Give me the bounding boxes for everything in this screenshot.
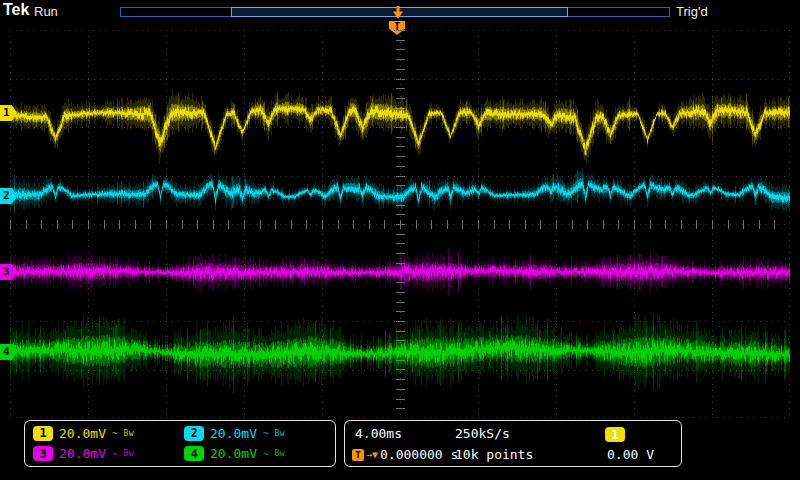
graticule (10, 30, 790, 418)
trigger-time-readout: T →▼ 0.000000 s (352, 447, 458, 462)
bandwidth-icon: Bw (123, 429, 134, 438)
channel-4-readout[interactable]: 4 20.0mV ~ Bw (184, 446, 335, 461)
coupling-icon: ~ (263, 428, 268, 438)
trigger-source-readout: 1 / (605, 425, 614, 443)
oscilloscope-screen: Tek Run Trig'd T 1 2 3 4 1 20.0mV ~ Bw 2… (0, 0, 800, 480)
trigger-time-value: 0.000000 s (380, 447, 458, 462)
horizontal-trigger-readout-box[interactable]: 4.00ms 250kS/s 10k points T →▼ 0.000000 … (344, 420, 682, 467)
bandwidth-icon: Bw (274, 429, 285, 438)
tek-logo: Tek (3, 1, 29, 19)
sample-rate: 250kS/s (455, 426, 510, 441)
acquisition-position-bar[interactable] (120, 7, 670, 17)
channel-3-scale: 20.0mV (59, 446, 106, 461)
trigger-source-badge: 1 (605, 427, 625, 442)
coupling-icon: ~ (263, 449, 268, 459)
channel-1-badge: 1 (33, 426, 53, 441)
channel-readouts-box: 1 20.0mV ~ Bw 2 20.0mV ~ Bw 3 20.0mV ~ B… (24, 420, 336, 467)
record-length: 10k points (455, 447, 533, 462)
bandwidth-icon: Bw (123, 449, 134, 458)
channel-1-readout[interactable]: 1 20.0mV ~ Bw (33, 426, 184, 441)
bandwidth-icon: Bw (274, 449, 285, 458)
channel-4-scale: 20.0mV (210, 446, 257, 461)
channel-3-badge: 3 (33, 446, 53, 461)
trigger-level-value: 0.00 V (607, 447, 654, 462)
trigger-time-flag-icon: T (352, 449, 364, 461)
channel-2-badge: 2 (184, 426, 204, 441)
channel-1-scale: 20.0mV (59, 426, 106, 441)
channel-2-scale: 20.0mV (210, 426, 257, 441)
trigger-arrows-icon: →▼ (366, 449, 378, 460)
acquisition-status: Run (34, 4, 58, 19)
channel-3-readout[interactable]: 3 20.0mV ~ Bw (33, 446, 184, 461)
channel-2-readout[interactable]: 2 20.0mV ~ Bw (184, 426, 335, 441)
coupling-icon: ~ (112, 449, 117, 459)
channel-4-badge: 4 (184, 446, 204, 461)
waveform-display (10, 30, 790, 418)
coupling-icon: ~ (112, 428, 117, 438)
timebase-scale: 4.00ms (355, 426, 402, 441)
trigger-state: Trig'd (676, 4, 708, 19)
